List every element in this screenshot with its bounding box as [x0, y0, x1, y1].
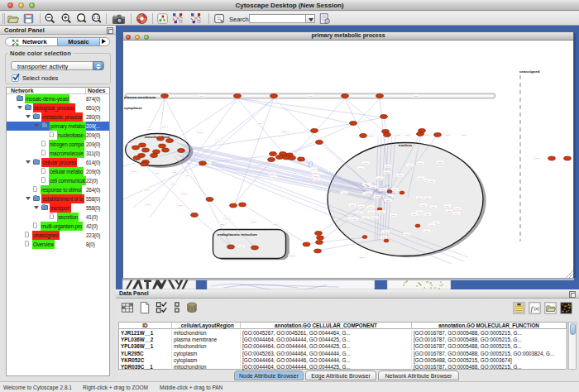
svg-text:[xx:x]: [xx:x] — [447, 210, 452, 212]
svg-text:[xx:x]: [xx:x] — [146, 203, 151, 205]
svg-text:[xx:x]: [xx:x] — [385, 171, 390, 173]
svg-text:[xx:x]: [xx:x] — [384, 231, 388, 232]
svg-text:[xx:x]: [xx:x] — [426, 197, 430, 198]
svg-text:[xx:x]: [xx:x] — [535, 157, 539, 159]
svg-text:[xx:x]: [xx:x] — [446, 134, 450, 136]
svg-text:[xx:x]: [xx:x] — [312, 168, 316, 170]
svg-text:unassigned: unassigned — [519, 69, 540, 74]
svg-text:[xx:x]: [xx:x] — [393, 189, 397, 190]
svg-text:1:1: 1:1 — [93, 16, 99, 20]
svg-text:[xx:x]: [xx:x] — [456, 208, 460, 209]
svg-text:[xx:x]: [xx:x] — [145, 189, 149, 190]
svg-text:[xx:x]: [xx:x] — [186, 174, 190, 176]
svg-text:(x): (x) — [534, 306, 539, 311]
svg-text:[xx:x]: [xx:x] — [392, 214, 396, 216]
svg-text:[xx:x]: [xx:x] — [361, 256, 365, 258]
svg-text:[xx:x]: [xx:x] — [364, 162, 368, 164]
svg-text:[xx:x]: [xx:x] — [172, 183, 176, 184]
svg-text:[xx:x]: [xx:x] — [405, 233, 409, 235]
svg-text:[xx:x]: [xx:x] — [252, 221, 256, 222]
svg-text:[xx:x]: [xx:x] — [283, 131, 287, 132]
svg-text:[xx:x]: [xx:x] — [369, 206, 373, 208]
svg-text:[xx:x]: [xx:x] — [156, 172, 160, 174]
svg-text:[xx:x]: [xx:x] — [425, 230, 429, 232]
svg-text:[xx:x]: [xx:x] — [162, 126, 166, 127]
svg-text:[xx:x]: [xx:x] — [274, 223, 278, 225]
svg-text:[xx:x]: [xx:x] — [218, 140, 222, 141]
svg-text:[xx:x]: [xx:x] — [173, 171, 177, 173]
svg-text:[xx:x]: [xx:x] — [342, 192, 347, 194]
svg-text:[xx:x]: [xx:x] — [382, 237, 386, 238]
svg-text:[xx:x]: [xx:x] — [371, 186, 376, 188]
svg-text:[xx:x]: [xx:x] — [399, 174, 403, 176]
svg-text:[xx:x]: [xx:x] — [422, 204, 426, 206]
svg-text:[xx:x]: [xx:x] — [434, 222, 438, 223]
svg-text:[xx:x]: [xx:x] — [359, 167, 363, 169]
svg-text:[xx:x]: [xx:x] — [357, 212, 361, 213]
svg-text:[xx:x]: [xx:x] — [432, 206, 436, 208]
svg-text:[xx:x]: [xx:x] — [315, 179, 319, 180]
svg-text:[xx:x]: [xx:x] — [376, 195, 380, 197]
svg-text:[xx:x]: [xx:x] — [290, 255, 294, 256]
svg-text:[xx:x]: [xx:x] — [396, 134, 400, 136]
svg-text:[xx:x]: [xx:x] — [430, 180, 434, 182]
svg-text:[xx:x]: [xx:x] — [200, 95, 204, 97]
svg-text:[xx:x]: [xx:x] — [378, 177, 382, 179]
svg-text:[xx:x]: [xx:x] — [148, 128, 152, 130]
svg-text:[xx:x]: [xx:x] — [272, 176, 276, 178]
svg-text:[xx:x]: [xx:x] — [183, 193, 187, 194]
svg-text:[xx:x]: [xx:x] — [309, 95, 313, 97]
svg-text:[xx:x]: [xx:x] — [314, 175, 318, 177]
svg-text:[xx:x]: [xx:x] — [364, 217, 368, 218]
svg-text:[xx:x]: [xx:x] — [386, 165, 390, 167]
svg-text:[xx:x]: [xx:x] — [369, 135, 373, 136]
svg-text:[xx:x]: [xx:x] — [353, 218, 357, 220]
svg-text:[xx:x]: [xx:x] — [360, 205, 364, 207]
svg-text:[xx:x]: [xx:x] — [418, 211, 422, 213]
svg-text:[xx:x]: [xx:x] — [462, 134, 467, 136]
svg-text:[xx:x]: [xx:x] — [258, 122, 262, 124]
svg-text:[xx:x]: [xx:x] — [413, 213, 417, 215]
svg-text:[xx:x]: [xx:x] — [221, 223, 225, 225]
svg-text:[xx:x]: [xx:x] — [130, 144, 134, 146]
svg-text:[xx:x]: [xx:x] — [179, 204, 183, 206]
svg-text:[xx:x]: [xx:x] — [313, 172, 318, 174]
svg-text:[xx:x]: [xx:x] — [414, 95, 419, 97]
svg-text:[xx:x]: [xx:x] — [438, 161, 443, 163]
svg-text:plasma membrane: plasma membrane — [124, 95, 156, 99]
svg-text:[xx:x]: [xx:x] — [367, 192, 371, 194]
svg-text:[xx:x]: [xx:x] — [373, 217, 377, 218]
svg-text:[xx:x]: [xx:x] — [226, 218, 230, 219]
svg-text:[xx:x]: [xx:x] — [418, 197, 422, 198]
svg-text:[xx:x]: [xx:x] — [409, 165, 413, 166]
svg-text:[xx:x]: [xx:x] — [270, 173, 275, 174]
svg-text:[xx:x]: [xx:x] — [446, 205, 450, 207]
svg-text:[xx:x]: [xx:x] — [426, 134, 430, 136]
svg-text:[xx:x]: [xx:x] — [426, 213, 430, 215]
svg-text:[xx:x]: [xx:x] — [381, 189, 385, 190]
svg-text:endoplasmic reticulum: endoplasmic reticulum — [218, 232, 257, 237]
svg-text:[xx:x]: [xx:x] — [406, 134, 410, 136]
svg-text:[xx:x]: [xx:x] — [386, 199, 390, 201]
svg-text:[xx:x]: [xx:x] — [351, 204, 355, 206]
svg-text:[xx:x]: [xx:x] — [380, 211, 384, 213]
svg-text:[xx:x]: [xx:x] — [240, 246, 244, 247]
svg-text:[xx:x]: [xx:x] — [370, 211, 374, 213]
svg-text:[xx:x]: [xx:x] — [199, 131, 203, 133]
svg-text:[xx:x]: [xx:x] — [455, 213, 459, 214]
svg-text:[xx:x]: [xx:x] — [430, 224, 434, 226]
svg-text:cytoplasm: cytoplasm — [124, 106, 142, 110]
svg-text:[xx:x]: [xx:x] — [132, 170, 136, 172]
svg-text:[xx:x]: [xx:x] — [419, 177, 423, 179]
svg-text:nucleus: nucleus — [399, 143, 413, 147]
svg-text:[xx:x]: [xx:x] — [419, 162, 423, 164]
